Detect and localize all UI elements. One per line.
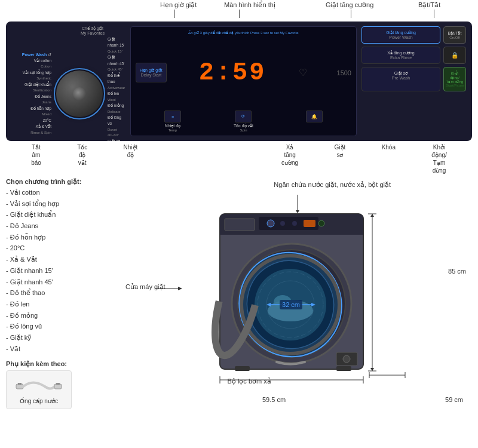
control-panel: Chế độ giặtMy Favorites Power Wash ↺ Vải… [6,22,472,141]
list-item: - Đồ lông vũ [6,321,117,332]
ann-tat-am-bao: Tắtâmbáo [31,143,41,174]
lower-section: Chọn chương trình giặt: - Vải cotton - V… [0,178,478,409]
pump-label: Bộ lọc bơm xả [228,378,271,385]
annotation-giat-tang-cuong: Giặt tăng cường [326,1,373,9]
accessory-title: Phụ kiện kèm theo: [6,360,117,368]
program-info-column: Chọn chương trình giặt: - Vải cotton - V… [6,178,117,409]
svg-marker-39 [370,214,374,217]
svg-rect-14 [304,220,315,227]
list-item: - Xả & Vắt [6,254,117,265]
svg-rect-33 [336,366,351,371]
svg-rect-5 [58,383,60,385]
display-screen: Ấn giữ 3 giây để đặt chế độ yêu thích Pr… [130,26,357,136]
detergent-arrow [280,195,315,213]
svg-point-12 [280,221,285,226]
panel-right-section: Giặt tăng cườngPower Wash Bật/TắtOn/Off … [361,26,466,136]
machine-section: Ngăn chứa nước giặt, nước xả, bột giặt [122,178,472,409]
panel-left-section: Chế độ giặtMy Favorites Power Wash ↺ Vải… [12,26,125,136]
ann-giat-so: Giặtsơ [335,143,346,174]
annotation-hen-gio-giat: Hẹn giờ giặt [160,1,197,9]
annotation-bat-tat: Bật/Tắt [418,1,440,9]
list-item: - 20°C [6,243,117,254]
time-display: 2:59 [199,59,266,87]
washing-machine-diagram: 32 cm [184,196,411,387]
list-item: - Đồ Jeans [6,220,117,232]
width-dimension: 59.5 cm [262,396,286,403]
on-off-btn[interactable]: Bật/TắtOn/Off [443,26,466,44]
list-item: - Đồ mỏng [6,310,117,321]
accessory-box: Ống cấp nước [6,370,72,409]
program-list: - Vải cotton - Vải sợi tổng hợp - Giặt d… [6,187,117,354]
svg-point-35 [343,355,350,363]
display-section: Ấn giữ 3 giây để đặt chế độ yêu thích Pr… [125,26,361,136]
height-dimension: 85 cm [448,268,466,275]
ann-nhiet-do: Nhiệtđộ [124,143,138,174]
list-item: - Giặt nhanh 15' [6,265,117,277]
svg-point-13 [292,221,297,226]
programs-right: Giặt nhanh 15' Quick 15' Giặt nhanh 45' … [105,36,125,141]
cable-icon [15,376,63,397]
temp-btn[interactable]: ≡ Nhiệt độ Temp [164,111,181,132]
svg-rect-9 [225,219,255,231]
svg-marker-48 [178,287,182,290]
ann-khoa: Khóa [382,143,396,174]
svg-rect-3 [54,384,62,389]
accessory-label: Ống cấp nước [20,398,58,404]
heart-icon: ♡ [299,67,307,78]
spin-btn[interactable]: ⟳ Tốc độ vắt Spin [234,111,253,132]
pre-wash-btn[interactable]: Giặt sơPre Wash [361,67,440,91]
accessory-section: Phụ kiện kèm theo: Ống cấp nước [6,360,117,409]
svg-text:32 cm: 32 cm [282,301,300,308]
delay-start-btn[interactable]: Hẹn giờ giặtDelay Start [136,63,167,82]
svg-point-11 [267,220,274,227]
display-top-text: Ấn giữ 3 giây để đặt chế độ yêu thích Pr… [136,30,351,35]
list-item: - Đồ len [6,299,117,310]
list-item: - Vải cotton [6,187,117,198]
list-item: - Giặt diệt khuẩn [6,209,117,220]
bottom-control-annotations: Tắtâmbáo Tốcđộvắt Nhiệtđộ Xảtăngcường Gi… [6,141,472,177]
list-item: - Vải sợi tổng hợp [6,198,117,210]
door-arrow [155,283,182,294]
sound-off-btn[interactable]: 🔔 [306,111,323,132]
che-do-giat-label: Chế độ giặtMy Favorites [60,26,125,35]
start-pause-btn[interactable]: Khởi động/Tạm dừngStart/Pause [443,67,466,91]
depth-dimension: 59 cm [445,396,463,403]
programs-left: Power Wash ↺ Vải cotton Cotton Vải sợi t… [12,51,54,136]
program-title: Chọn chương trình giặt: [6,178,117,186]
svg-rect-4 [56,383,58,385]
annotation-man-hinh: Màn hình hiển thị [224,1,275,9]
extra-rinse-btn[interactable]: Xả tăng cườngExtra Rinse [361,47,440,64]
ann-khoi-dong: Khởiđộng/Tạmdừng [431,143,446,174]
list-item: - Đồ hỗn hợp [6,232,117,243]
svg-point-15 [318,220,324,226]
svg-rect-1 [18,383,20,385]
ann-toc-do-vat: Tốcđộvắt [77,143,87,174]
power-wash-btn[interactable]: Giặt tăng cườngPower Wash [361,26,440,44]
list-item: - Vắt [6,343,117,355]
program-dial[interactable] [54,68,105,119]
detergent-label: Ngăn chứa nước giặt, nước xả, bột giặt [274,181,391,189]
svg-marker-40 [370,368,374,371]
svg-marker-50 [296,210,299,213]
ann-xa-tang-cuong: Xảtăngcường [281,143,298,174]
list-item: - Giặt kỹ [6,332,117,343]
svg-rect-32 [235,366,250,371]
top-annotations-bar: Hẹn giờ giặt Màn hình hiển thị Giặt tăng… [0,0,478,22]
svg-rect-2 [20,383,22,385]
speed-display: 1500 [337,69,351,76]
list-item: - Đồ thể thao [6,287,117,299]
list-item: - Giặt nhanh 45' [6,277,117,288]
